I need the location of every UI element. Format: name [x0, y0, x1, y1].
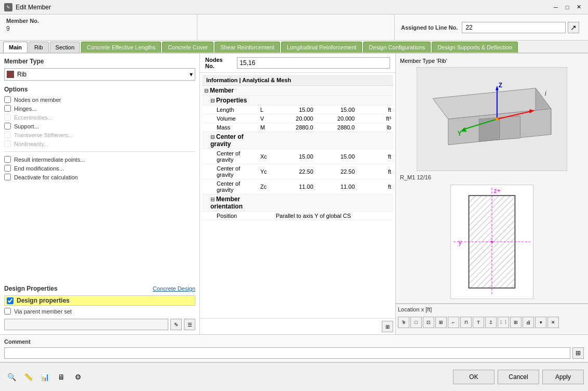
grid-btn-row: ⊞	[200, 318, 395, 334]
checkbox-eccentricities: Eccentricities...	[4, 114, 195, 121]
toolbar-btn-7[interactable]: T	[473, 317, 484, 328]
comment-button[interactable]: ⊞	[572, 347, 584, 359]
tab-rib[interactable]: Rib	[29, 42, 49, 53]
design-props-title: Design Properties	[4, 285, 58, 292]
checkbox-via-parent[interactable]: Via parent member set	[4, 308, 195, 315]
ok-button[interactable]: OK	[453, 370, 495, 384]
toolbar-btn-6[interactable]: ⊓	[460, 317, 472, 328]
transverse-checkbox	[4, 132, 11, 138]
checkbox-design-properties[interactable]: Design properties	[4, 295, 195, 306]
comment-input[interactable]	[4, 347, 570, 359]
deactivate-label: Deactivate for calculation	[14, 174, 78, 180]
svg-point-13	[496, 118, 499, 121]
toolbar-btn-11[interactable]: 🖨	[523, 317, 534, 328]
minimize-button[interactable]: ─	[551, 2, 561, 12]
tab-concrete-eff[interactable]: Concrete Effective Lengths	[81, 42, 161, 53]
table-row: Length L 15.00 15.00 ft	[202, 106, 393, 114]
cross-section-svg: z+ y	[451, 185, 533, 298]
svg-text:y: y	[459, 239, 462, 246]
cog-zc-val1: 11.00	[274, 179, 315, 194]
maximize-button[interactable]: □	[562, 2, 572, 12]
bottom-bar: 🔍 📏 📊 🖥 ⚙ OK Cancel Apply	[0, 362, 588, 391]
nodes-no-input[interactable]	[237, 57, 390, 69]
toolbar-btn-13[interactable]: ✕	[547, 317, 559, 328]
cog-collapse-icon[interactable]: ⊟	[210, 134, 215, 140]
mass-val2: 2880.0	[315, 123, 357, 132]
member-type-value: Rib	[17, 71, 26, 78]
cog-zc-sym: Zc	[258, 179, 274, 194]
tab-main[interactable]: Main	[3, 42, 28, 53]
table-row: Center of gravity Zc 11.00 11.00 ft	[202, 179, 393, 194]
checkbox-support[interactable]: Support...	[4, 123, 195, 129]
tab-long-reinf[interactable]: Longitudinal Reinforcement	[281, 42, 362, 53]
close-button[interactable]: ✕	[573, 2, 584, 12]
result-intermediate-checkbox[interactable]	[4, 156, 11, 163]
member-type-select[interactable]: Rib ▾	[4, 68, 195, 81]
cross-section-view: z+ y	[450, 185, 533, 299]
design-properties-checkbox[interactable]	[7, 297, 14, 304]
checkbox-result-intermediate[interactable]: Result intermediate points...	[4, 156, 195, 163]
result-intermediate-label: Result intermediate points...	[14, 157, 85, 163]
checkbox-nonlinearity: Nonlinearity...	[4, 140, 195, 147]
end-modifications-checkbox[interactable]	[4, 165, 11, 172]
tab-design-config[interactable]: Design Configurations	[363, 42, 431, 53]
tab-design-supports[interactable]: Design Supports & Deflection	[432, 42, 518, 53]
member-collapse-icon[interactable]: ⊟	[204, 88, 208, 94]
eccentricities-checkbox	[4, 114, 11, 121]
toolbar-btn-1[interactable]: 🖱	[398, 317, 409, 328]
orientation-group-row: ⊟ Member orientation	[202, 194, 393, 212]
deactivate-checkbox[interactable]	[4, 174, 11, 180]
volume-val1: 20.000	[274, 114, 315, 123]
checkbox-end-modifications[interactable]: End modifications...	[4, 165, 195, 172]
design-props-input[interactable]	[4, 319, 168, 330]
concrete-design-link[interactable]: Concrete Design	[153, 285, 195, 292]
assigned-line-button[interactable]: ↗	[568, 22, 579, 33]
app-icon: ✎	[4, 3, 12, 11]
bottom-icon-measure[interactable]: 📏	[21, 370, 35, 384]
support-checkbox[interactable]	[4, 123, 11, 129]
assigned-line-input[interactable]	[462, 22, 566, 33]
properties-collapse-icon[interactable]: ⊟	[210, 98, 215, 103]
hinges-checkbox[interactable]	[4, 105, 11, 112]
cancel-button[interactable]: Cancel	[498, 370, 539, 384]
toolbar-btn-9[interactable]: ⋮⋮	[498, 317, 509, 328]
checkbox-nodes-on-member[interactable]: Nodes on member	[4, 96, 195, 103]
design-props-list-button[interactable]: ☰	[184, 319, 195, 330]
info-header: Information | Analytical & Mesh	[202, 75, 393, 86]
bottom-icon-chart[interactable]: 📊	[37, 370, 52, 384]
tab-section[interactable]: Section	[50, 42, 81, 53]
tab-shear-reinf[interactable]: Shear Reinforcement	[215, 42, 280, 53]
toolbar-btn-5[interactable]: ⌐	[448, 317, 459, 328]
toolbar-btn-8[interactable]: ‡	[485, 317, 497, 328]
properties-label: Properties	[216, 97, 247, 104]
via-parent-checkbox[interactable]	[4, 308, 11, 315]
cog-xc-sym: Xc	[258, 149, 274, 164]
bottom-action-buttons: OK Cancel Apply	[453, 370, 584, 384]
orientation-collapse-icon[interactable]: ⊟	[210, 197, 215, 202]
table-row: Volume V 20.000 20.000 ft³	[202, 114, 393, 123]
cog-yc-unit: ft	[357, 164, 393, 179]
bottom-icon-display[interactable]: 🖥	[54, 370, 69, 384]
toolbar-btn-10[interactable]: ⊞	[510, 317, 522, 328]
volume-unit: ft³	[357, 114, 393, 123]
toolbar-btn-12[interactable]: ▾	[535, 317, 546, 328]
toolbar-btn-3[interactable]: ⊡	[423, 317, 434, 328]
bottom-icon-search[interactable]: 🔍	[4, 370, 19, 384]
table-row: Center of gravity Xc 15.00 15.00 ft	[202, 149, 393, 164]
grid-view-button[interactable]: ⊞	[382, 321, 393, 332]
nodes-on-member-checkbox[interactable]	[4, 96, 11, 103]
volume-label: Volume	[202, 114, 258, 123]
window-title: Edit Member	[16, 4, 51, 11]
toolbar-btn-4[interactable]: ⊞	[435, 317, 447, 328]
apply-button[interactable]: Apply	[542, 370, 584, 384]
length-val1: 15.00	[274, 106, 315, 114]
design-props-edit-button[interactable]: ✎	[170, 319, 182, 330]
checkbox-hinges[interactable]: Hinges...	[4, 105, 195, 112]
tab-concrete-cover[interactable]: Concrete Cover	[162, 42, 213, 53]
bottom-icon-settings[interactable]: ⚙	[71, 370, 85, 384]
toolbar-btn-2[interactable]: □	[410, 317, 422, 328]
cog-zc-val2: 11.00	[315, 179, 357, 194]
cog-xc-val2: 15.00	[315, 149, 357, 164]
cog-yc-val2: 22.50	[315, 164, 357, 179]
checkbox-deactivate[interactable]: Deactivate for calculation	[4, 174, 195, 180]
